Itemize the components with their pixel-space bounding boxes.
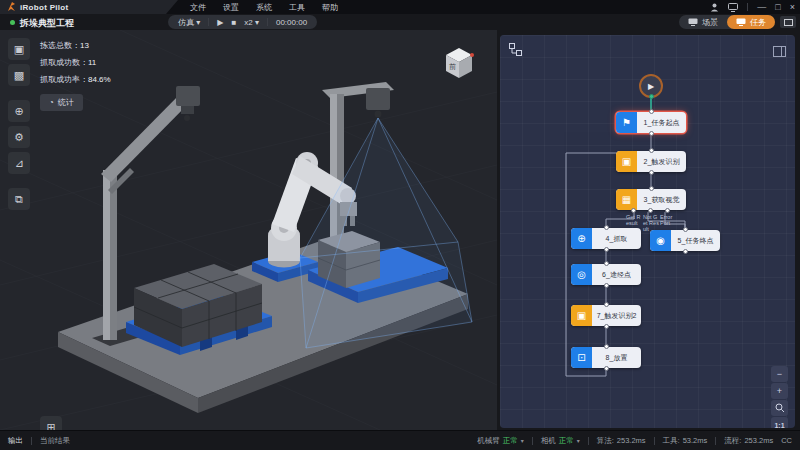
input-port[interactable] (649, 109, 654, 114)
input-port[interactable] (604, 302, 609, 307)
current-result-tab[interactable]: 当前结果 (40, 436, 70, 446)
flow-node-place[interactable]: ⊡ 8_放置 (571, 347, 641, 368)
sim-timer: 00:00:00 (276, 18, 307, 27)
orientation-cube[interactable]: 前 (441, 45, 477, 89)
viewport-3d[interactable]: ▣ ▩ ⊕ ⚙ ⊿ ⧉ 拣选总数：13 抓取成功数：11 抓取成功率：84.6%… (0, 30, 497, 430)
search-zoom-button[interactable] (771, 400, 788, 416)
error-port[interactable] (665, 208, 670, 213)
divider (267, 18, 268, 26)
flow-node-trigger-recognition-2[interactable]: ▣ 7_触发识别2 (571, 305, 641, 326)
flow-node-waypoint[interactable]: ◎ 6_途经点 (571, 264, 641, 285)
zoom-in-button[interactable]: + (771, 383, 788, 399)
vision-capture-icon: ▦ (616, 189, 637, 210)
not-get-result-port[interactable] (648, 208, 653, 213)
output-port[interactable] (604, 283, 609, 288)
view-toggle: 场景 任务 (679, 15, 775, 29)
play-icon: ▶ (648, 82, 654, 91)
stop-button[interactable]: ■ (231, 18, 236, 27)
waypoint-icon: ◎ (571, 264, 592, 285)
input-port[interactable] (649, 148, 654, 153)
minimize-button[interactable]: — (757, 0, 766, 14)
speed-select[interactable]: x2 ▾ (244, 18, 259, 27)
flow-node-grab[interactable]: ⊕ 4_抓取 (571, 228, 641, 249)
flow-node-task-end[interactable]: ◉ 5_任务终点 (650, 230, 720, 251)
menu-help[interactable]: 帮助 (322, 2, 338, 13)
output-port[interactable] (604, 366, 609, 371)
stat-grab-success-count: 抓取成功数：11 (40, 57, 111, 68)
robot-status[interactable]: 机械臂 正常 ▾ (477, 436, 524, 446)
output-port[interactable] (604, 247, 609, 252)
scene-settings-icon: ▩ (14, 69, 24, 82)
divider (208, 18, 209, 26)
output-panel-button[interactable]: ⊞ (40, 416, 62, 430)
input-port[interactable] (604, 344, 609, 349)
port-label-error: Error Port (660, 214, 677, 226)
tool-time: 工具:53.2ms (663, 436, 708, 446)
output-tab[interactable]: 输出 (8, 436, 23, 446)
maximize-button[interactable]: □ (775, 0, 780, 14)
chevron-down-icon: ▾ (255, 18, 259, 27)
search-icon (775, 403, 785, 413)
monitor-icon (784, 19, 793, 26)
output-port[interactable] (649, 170, 654, 175)
menu-bar: 文件 设置 系统 工具 帮助 (190, 0, 338, 14)
statistics-button[interactable]: ◔ 统计 (40, 94, 83, 111)
close-button[interactable]: × (790, 0, 795, 14)
app-window: iRobot Pilot 文件 设置 系统 工具 帮助 — □ × 拆垛典 (0, 0, 800, 450)
robot-tool-button[interactable]: ⚙ (8, 126, 30, 148)
end-point-icon: ◉ (650, 230, 671, 251)
robot-icon: ⚙ (14, 131, 24, 144)
menu-settings[interactable]: 设置 (223, 2, 239, 13)
coordinate-tool-button[interactable]: ⊕ (8, 100, 30, 122)
flow-node-trigger-recognition[interactable]: ▣ 2_触发识别 (616, 151, 686, 172)
app-name: iRobot Pilot (20, 3, 68, 12)
get-result-port[interactable] (631, 208, 636, 213)
user-icon[interactable] (710, 3, 719, 12)
simulation-toolbar: 仿真 ▾ ▶ ■ x2 ▾ 00:00:00 (168, 15, 317, 29)
fit-one-to-one-button[interactable]: 1:1 (771, 417, 788, 428)
chevron-down-icon: ▾ (196, 18, 200, 27)
layout-copy-button[interactable]: ⧉ (8, 188, 30, 210)
model-library-button[interactable]: ▣ (8, 38, 30, 60)
scene-settings-button[interactable]: ▩ (8, 64, 30, 86)
place-icon: ⊡ (571, 347, 592, 368)
input-port[interactable] (604, 261, 609, 266)
input-port[interactable] (683, 227, 688, 232)
zoom-out-button[interactable]: − (771, 366, 788, 382)
divider (654, 437, 655, 445)
pie-chart-icon: ◔ (49, 98, 54, 107)
scene-icon (688, 18, 698, 26)
task-toggle-button[interactable]: 任务 (727, 15, 775, 29)
robot-status-value: 正常 (503, 436, 518, 446)
cube-front-label: 前 (449, 63, 456, 70)
task-icon (736, 18, 746, 26)
stat-total-picks: 拣选总数：13 (40, 40, 111, 51)
output-port[interactable] (683, 249, 688, 254)
flow-node-task-start[interactable]: ⚑ 1_任务起点 (616, 112, 686, 133)
window-controls: — □ × (710, 0, 795, 14)
flow-node-get-vision[interactable]: ▦ 3_获取视觉 (616, 189, 686, 210)
menu-file[interactable]: 文件 (190, 2, 206, 13)
chart-tool-button[interactable]: ⊿ (8, 152, 30, 174)
divider (31, 437, 32, 445)
flow-start-node[interactable]: ▶ (639, 74, 663, 98)
camera-status-value: 正常 (559, 436, 574, 446)
input-port[interactable] (649, 186, 654, 191)
play-button[interactable]: ▶ (217, 18, 223, 27)
chart-icon: ⊿ (14, 157, 23, 170)
output-port[interactable] (604, 324, 609, 329)
menu-tools[interactable]: 工具 (289, 2, 305, 13)
scene-toggle-button[interactable]: 场景 (679, 15, 727, 29)
panel-layout-button[interactable] (780, 16, 796, 28)
task-flow-panel[interactable]: ▶ ⚑ 1_任务起点 ▣ 2_触发识别 ▦ 3_获取视觉 Get Result … (500, 35, 795, 428)
logo-icon (7, 2, 16, 12)
display-mode-icon[interactable] (728, 3, 738, 12)
camera-status[interactable]: 相机 正常 ▾ (541, 436, 580, 446)
sim-mode-select[interactable]: 仿真 ▾ (178, 17, 200, 28)
menu-system[interactable]: 系统 (256, 2, 272, 13)
input-port[interactable] (604, 225, 609, 230)
app-logo: iRobot Pilot (0, 0, 178, 14)
start-output-port[interactable] (649, 94, 654, 99)
output-port[interactable] (649, 131, 654, 136)
project-bar: 拆垛典型工程 仿真 ▾ ▶ ■ x2 ▾ 00:00:00 场景 (0, 14, 800, 30)
